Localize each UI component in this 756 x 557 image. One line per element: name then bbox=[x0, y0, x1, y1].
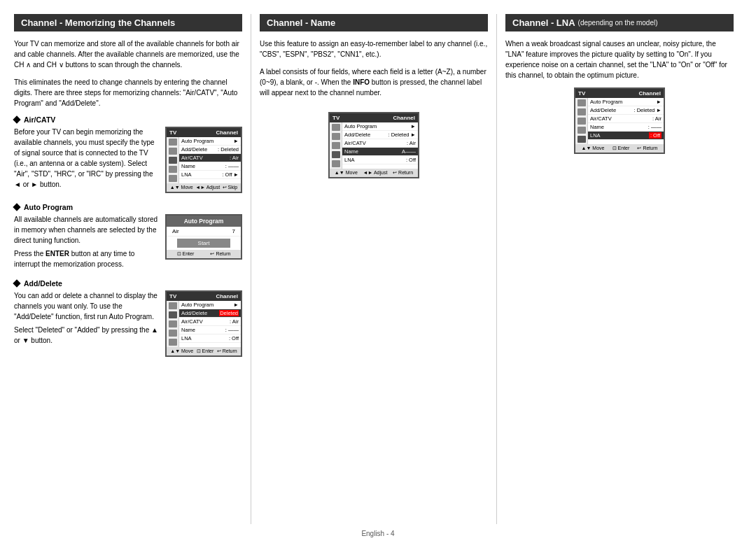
autoprogram-content: All available channels are automatically… bbox=[14, 214, 242, 269]
column-memorizing: Channel - Memorizing the Channels Your T… bbox=[14, 14, 251, 524]
section1-header: Channel - Memorizing the Channels bbox=[14, 14, 242, 31]
tv5-icon3 bbox=[578, 118, 586, 125]
tv3-icon4 bbox=[169, 330, 177, 337]
bottom-bar: English - 4 bbox=[14, 524, 742, 543]
adddelete-content: You can add or delete a channel to displ… bbox=[14, 290, 242, 357]
autoprogram-text-block: All available channels are automatically… bbox=[14, 214, 158, 269]
section3-body: When a weak broadcast signal causes an u… bbox=[505, 38, 734, 80]
autoprogram-title: Auto Program bbox=[14, 203, 242, 211]
adddelete-text-block: You can add or delete a channel to displ… bbox=[14, 290, 158, 346]
tv4-row3: Air/CATV: Air bbox=[342, 139, 418, 148]
tv4-icon4 bbox=[332, 151, 340, 158]
ap-footer: ⊡ Enter ↩ Return bbox=[167, 250, 241, 258]
tv5-footer: ▲▼ Move ⊡ Enter ↩ Return bbox=[575, 144, 664, 153]
tv4-footer: ▲▼ Move ◄► Adjust ↩ Return bbox=[330, 169, 418, 177]
tv1-row4: Name: —— bbox=[179, 162, 241, 171]
tv5-icon4 bbox=[578, 127, 586, 134]
tv5-icon2 bbox=[578, 108, 586, 115]
tv4-content: Auto Program► Add/Delete: Deleted ► Air/… bbox=[342, 122, 418, 169]
tv5-row4: Name: —— bbox=[588, 123, 664, 132]
aircatv-title: Air/CATV bbox=[14, 115, 242, 124]
diamond-icon bbox=[13, 115, 20, 123]
tv4-row2: Add/Delete: Deleted ► bbox=[342, 131, 418, 139]
tv-screen-adddelete: TV Channel bbox=[165, 290, 242, 357]
tv3-row4: Name: —— bbox=[179, 326, 241, 334]
tv1-footer: ▲▼ Move ◄► Adjust ↩ Skip bbox=[167, 183, 241, 192]
diamond-icon2 bbox=[13, 203, 20, 211]
tv4-row5: LNA: Off bbox=[342, 156, 418, 164]
tv5-header: TV Channel bbox=[575, 89, 664, 98]
adddelete-text2: Select "Deleted" or "Added" by pressing … bbox=[14, 325, 158, 346]
tv3-footer: ▲▼ Move ⊡ Enter ↩ Return bbox=[167, 347, 241, 355]
tv1-icons bbox=[167, 137, 179, 183]
tv5-wrapper: TV Channel Auto Progr bbox=[505, 87, 734, 154]
tv4-body: Auto Program► Add/Delete: Deleted ► Air/… bbox=[330, 122, 418, 169]
tv1-icon5 bbox=[169, 175, 177, 182]
tv3-header: TV Channel bbox=[167, 292, 241, 301]
tv1-icon4 bbox=[169, 166, 177, 173]
tv5-row1: Auto Program► bbox=[588, 98, 664, 106]
tv5-row5: LNA: Off bbox=[588, 132, 664, 140]
tv1-icon2 bbox=[169, 148, 177, 155]
section2-body2: A label consists of four fields, where e… bbox=[260, 66, 488, 98]
tv1-icon3 bbox=[169, 157, 177, 164]
tv3-icon5 bbox=[169, 339, 177, 346]
autoprogram-text: All available channels are automatically… bbox=[14, 214, 158, 246]
tv4-wrapper: TV Channel Auto Progr bbox=[260, 112, 488, 178]
tv1-header-right: Channel bbox=[216, 129, 238, 136]
tv1-header-left: TV bbox=[169, 129, 176, 136]
ap-start: Start bbox=[177, 239, 230, 248]
tv3-row1: Auto Program► bbox=[179, 301, 241, 309]
ap-header: Auto Program bbox=[167, 216, 241, 227]
columns-layout: Channel - Memorizing the Channels Your T… bbox=[14, 14, 742, 524]
tv-screen-autoprogram: Auto Program Air7 Start ⊡ Enter ↩ Return bbox=[165, 214, 242, 260]
section3-title: Channel - LNA bbox=[512, 17, 575, 28]
tv5-row3: Air/CATV: Air bbox=[588, 115, 664, 123]
bottom-label: English - 4 bbox=[361, 530, 394, 537]
section2-body: Use this feature to assign an easy-to-re… bbox=[260, 38, 488, 59]
tv3-icon3 bbox=[169, 320, 177, 327]
tv3-icon1 bbox=[169, 302, 177, 309]
tv5-icon5 bbox=[578, 136, 586, 143]
tv5-icon1 bbox=[578, 99, 586, 106]
tv1-icon1 bbox=[169, 139, 177, 146]
section3-header: Channel - LNA (depending on the model) bbox=[505, 14, 734, 31]
column-name: Channel - Name Use this feature to assig… bbox=[251, 14, 497, 524]
tv4-header: TV Channel bbox=[330, 113, 418, 122]
tv3-row3: Air/CATV: Air bbox=[179, 318, 241, 326]
tv1-body: Auto Program► Add/Delete: Deleted Air/CA… bbox=[167, 137, 241, 183]
tv4-icon1 bbox=[332, 124, 340, 131]
tv-screen-lna: TV Channel Auto Progr bbox=[574, 87, 665, 154]
section2-title: Channel - Name bbox=[267, 17, 335, 28]
tv3-icons bbox=[167, 301, 179, 347]
tv4-row4: NameA—— bbox=[342, 148, 418, 156]
tv1-row1: Auto Program► bbox=[179, 137, 241, 146]
subsection-adddelete: Add/Delete You can add or delete a chann… bbox=[14, 279, 242, 357]
adddelete-text: You can add or delete a channel to displ… bbox=[14, 290, 158, 322]
subsection-autoprogram: Auto Program All available channels are … bbox=[14, 203, 242, 269]
tv1-content: Auto Program► Add/Delete: Deleted Air/CA… bbox=[179, 137, 241, 183]
section1-intro: Your TV can memorize and store all of th… bbox=[14, 38, 242, 70]
tv4-icon2 bbox=[332, 133, 340, 140]
adddelete-title: Add/Delete bbox=[14, 279, 242, 288]
tv4-icon3 bbox=[332, 142, 340, 149]
tv3-icon2 bbox=[169, 311, 177, 318]
page-container: Channel - Memorizing the Channels Your T… bbox=[0, 0, 756, 557]
section3-subtitle: (depending on the model) bbox=[578, 19, 658, 27]
tv-screen-name: TV Channel Auto Progr bbox=[328, 112, 419, 178]
tv3-row2: Add/DeleteDeleted bbox=[179, 309, 241, 318]
tv5-body: Auto Program► Add/Delete: Deleted ► Air/… bbox=[575, 98, 664, 144]
tv1-row2: Add/Delete: Deleted bbox=[179, 146, 241, 154]
aircatv-content: Before your TV can begin memorizing the … bbox=[14, 127, 242, 193]
tv1-header: TV Channel bbox=[167, 128, 241, 137]
tv1-row5: LNA: Off ► bbox=[179, 171, 241, 179]
subsection-aircatv: Air/CATV Before your TV can begin memori… bbox=[14, 115, 242, 193]
ap-row1: Air7 bbox=[167, 227, 241, 237]
aircatv-text: Before your TV can begin memorizing the … bbox=[14, 127, 158, 190]
tv4-row1: Auto Program► bbox=[342, 122, 418, 131]
section1-intro2: This eliminates the need to change chann… bbox=[14, 77, 242, 108]
section2-header: Channel - Name bbox=[260, 14, 488, 31]
tv5-content: Auto Program► Add/Delete: Deleted ► Air/… bbox=[588, 98, 664, 144]
column-lna: Channel - LNA (depending on the model) W… bbox=[497, 14, 742, 524]
tv3-body: Auto Program► Add/DeleteDeleted Air/CATV… bbox=[167, 301, 241, 347]
